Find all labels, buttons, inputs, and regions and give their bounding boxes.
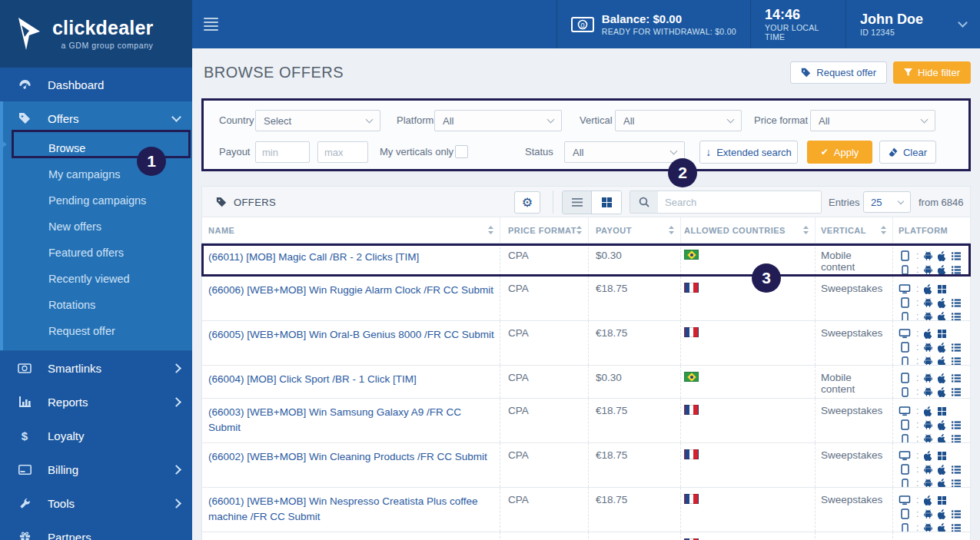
- status-select[interactable]: All: [564, 141, 685, 163]
- clear-button[interactable]: Clear: [879, 141, 936, 164]
- sidebar-item-offers[interactable]: Offers: [0, 101, 192, 135]
- phone-icon: [899, 265, 911, 275]
- offer-link[interactable]: (66006) [WEB+MOB] Win Ruggie Alarm Clock…: [208, 283, 495, 298]
- user-name: John Doe: [860, 12, 923, 28]
- offer-link[interactable]: (66001) [WEB+MOB] Win Nespresso Creatist…: [208, 494, 495, 524]
- sidebar-item-loyalty[interactable]: $Loyalty: [0, 419, 192, 452]
- extended-search-button[interactable]: ↓ Extended search: [699, 141, 798, 164]
- sidebar-subitem-my-campaigns[interactable]: My campaigns: [0, 161, 192, 187]
- sidebar-nav: DashboardOffersBrowseMy campaignsPending…: [0, 68, 192, 540]
- hide-filter-button[interactable]: Hide filter: [893, 61, 971, 84]
- offer-name-cell: (66004) [MOB] Click Sport /BR - 1 Click …: [202, 366, 500, 398]
- price-format-label: Price format: [754, 110, 808, 131]
- list-icon: [952, 388, 961, 396]
- vertical-value: Mobile content: [821, 250, 855, 273]
- tag-icon: [801, 68, 811, 78]
- offer-link[interactable]: (66005) [WEB+MOB] Win Oral-B Genius 8000…: [208, 327, 495, 343]
- column-header-vertical[interactable]: VERTICAL: [816, 217, 893, 243]
- sidebar-item-tools[interactable]: Tools: [0, 486, 192, 520]
- allowed-countries-cell: [681, 321, 816, 365]
- my-verticals-checkbox[interactable]: [455, 145, 468, 158]
- entries-label: Entries: [829, 187, 859, 217]
- offer-name-cell: [202, 532, 500, 540]
- vertical-select[interactable]: All: [615, 110, 742, 131]
- chevron-down-icon: [958, 18, 968, 28]
- sidebar-subitem-pending-campaigns[interactable]: Pending campaigns: [0, 187, 192, 214]
- offer-link[interactable]: (66002) [WEB+MOB] Win Cleaning Products …: [208, 449, 495, 465]
- offer-link[interactable]: (66011) [MOB] Magic Call /BR - 2 Clicks …: [208, 250, 495, 265]
- grid-view-button[interactable]: [592, 191, 621, 214]
- offer-link[interactable]: (66004) [MOB] Click Sport /BR - 1 Click …: [208, 372, 495, 387]
- flag-fr-icon: [684, 449, 699, 459]
- sidebar-item-billing[interactable]: Billing: [0, 452, 192, 486]
- column-header-name[interactable]: NAME: [202, 217, 500, 243]
- payout-cell: €18.75: [589, 321, 681, 365]
- sort-icon[interactable]: [576, 226, 582, 234]
- price-format-select[interactable]: All: [810, 110, 935, 131]
- sidebar-item-reports[interactable]: Reports: [0, 385, 192, 419]
- list-view-button[interactable]: [563, 191, 592, 214]
- request-offer-button[interactable]: Request offer: [790, 61, 887, 84]
- platform-select[interactable]: All: [434, 110, 562, 131]
- entries-select[interactable]: 25: [863, 191, 911, 213]
- apple-icon: [924, 495, 932, 505]
- sidebar-item-smartlinks[interactable]: Smartlinks: [0, 351, 192, 385]
- price-format-cell: CPA: [500, 321, 589, 365]
- payout-value: €18.75: [596, 283, 627, 294]
- sort-icon[interactable]: [488, 226, 493, 234]
- sidebar-item-label: Offers: [48, 112, 79, 125]
- offer-name-cell: (66005) [WEB+MOB] Win Oral-B Genius 8000…: [202, 321, 500, 365]
- sidebar-subitem-rotations[interactable]: Rotations: [0, 292, 192, 318]
- flag-br-icon: [684, 250, 699, 260]
- tablet-icon: [899, 464, 911, 475]
- phone-icon: [899, 479, 911, 488]
- offers-toolbar: OFFERS ⚙ Entries 25 fr: [202, 187, 970, 217]
- sort-icon[interactable]: [803, 226, 809, 234]
- flag-br-icon: [684, 372, 699, 382]
- apply-button[interactable]: ✔ Apply: [807, 141, 872, 164]
- tablet-icon: [899, 509, 911, 519]
- column-header-allowed-countries[interactable]: ALLOWED COUNTRIES: [681, 217, 816, 243]
- column-header-label: PLATFORM: [899, 226, 948, 235]
- sidebar-subitem-recently-viewed[interactable]: Recently viewed: [0, 266, 192, 292]
- sidebar-subitem-new-offers[interactable]: New offers: [0, 214, 192, 240]
- platform-cell: :::: [893, 488, 970, 532]
- sidebar-subitem-featured-offers[interactable]: Featured offers: [0, 240, 192, 266]
- brand-logo[interactable]: clickdealer a GDM group company: [0, 0, 192, 68]
- apple-icon: [938, 465, 946, 475]
- balance-block[interactable]: 0 Balance: $0.00 READY FOR WITHDRAWAL: $…: [556, 0, 750, 48]
- offer-row: (66001) [WEB+MOB] Win Nespresso Creatist…: [202, 488, 970, 532]
- page-title: BROWSE OFFERS: [204, 64, 344, 81]
- offer-name-cell: (66011) [MOB] Magic Call /BR - 2 Clicks …: [202, 243, 500, 276]
- sidebar-item-label: Partners: [48, 531, 91, 540]
- sort-icon[interactable]: [669, 226, 674, 234]
- local-time-block: 14:46 YOUR LOCAL TIME: [750, 0, 845, 48]
- vertical-value: Mobile content: [821, 372, 855, 395]
- country-select[interactable]: Select: [255, 110, 380, 131]
- payout-value: $0.30: [596, 372, 622, 383]
- android-icon: [924, 523, 932, 532]
- sidebar-subitem-browse[interactable]: Browse: [0, 135, 192, 161]
- search-input[interactable]: [658, 191, 821, 213]
- user-menu[interactable]: John Doe ID 12345: [845, 0, 980, 48]
- column-header-payout[interactable]: PAYOUT: [589, 217, 681, 243]
- table-settings-button[interactable]: ⚙: [514, 191, 540, 214]
- apple-icon: [938, 373, 946, 383]
- offer-row: (66006) [WEB+MOB] Win Ruggie Alarm Clock…: [202, 277, 970, 321]
- vertical-value: Sweepstakes: [821, 494, 882, 505]
- local-time: 14:46: [765, 7, 832, 24]
- hamburger-menu-icon[interactable]: [192, 0, 238, 48]
- apple-icon: [938, 265, 946, 275]
- offer-link[interactable]: (66003) [WEB+MOB] Win Samsung Galaxy A9 …: [208, 405, 495, 435]
- sort-icon[interactable]: [881, 226, 886, 234]
- payout-max-input[interactable]: [317, 141, 368, 163]
- chevron-down-icon: [921, 116, 929, 124]
- sidebar-item-partners[interactable]: Partners: [0, 520, 192, 540]
- platform-cell: ::: [893, 243, 970, 276]
- sidebar-subitem-request-offer[interactable]: Request offer: [0, 318, 192, 344]
- payout-min-input[interactable]: [255, 141, 310, 163]
- apple-icon: [924, 406, 932, 416]
- sidebar-item-dashboard[interactable]: Dashboard: [0, 68, 192, 101]
- column-header-price-format[interactable]: PRICE FORMAT: [500, 217, 589, 243]
- apple-icon: [938, 356, 946, 366]
